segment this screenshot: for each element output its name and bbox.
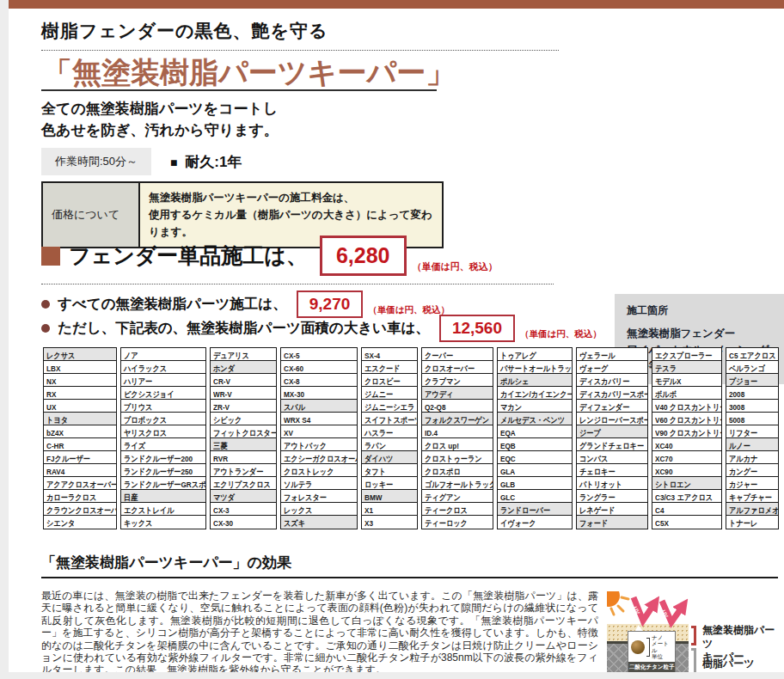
- effect-heading: 「無塗装樹脂パーツキーパー」の効果: [41, 553, 291, 572]
- car-table-column: デュアリスホンダCR-VWR-VZR-Vシビックフィットクロスター三菱RVRアウ…: [210, 347, 277, 529]
- car-model-cell: UX: [44, 400, 116, 413]
- car-brand-cell: アルファロメオ: [726, 503, 778, 516]
- fender-price-value: 6,280: [320, 236, 407, 276]
- car-model-cell: コンパス: [577, 451, 647, 464]
- car-model-cell: CX-3: [211, 503, 276, 516]
- car-model-cell: ベルランゴ: [726, 361, 778, 374]
- car-model-cell: V90 クロスカントリー: [652, 425, 721, 438]
- car-model-cell: X1: [362, 503, 417, 516]
- car-table-column: SX-4エスクードクロスビージムニージムニーシエラスイフトスポーツハスラーラパン…: [361, 347, 418, 529]
- particle-label: 二酸化チタン粒子: [628, 662, 675, 673]
- car-brand-cell: 日産: [121, 490, 205, 503]
- bullet-icon: [41, 324, 50, 333]
- car-model-cell: カングー: [726, 464, 778, 477]
- car-brand-cell: スズキ: [281, 516, 357, 529]
- fender-unit-note: （単価は円、税込）: [413, 260, 498, 273]
- car-model-cell: FJクルーザー: [44, 451, 116, 464]
- keeper-layer-bracket: [691, 626, 696, 645]
- car-brand-cell: シトロエン: [652, 477, 721, 490]
- car-model-cell: ヤリスクロス: [121, 425, 205, 438]
- car-model-cell: X3: [362, 516, 417, 529]
- resin-layer-label: 樹脂パーツ: [702, 657, 755, 671]
- car-model-cell: MX-30: [281, 387, 357, 400]
- price-note-line-2: 使用するケミカル量（樹脂パーツの大きさ）によって変わります。: [149, 209, 432, 238]
- car-model-cell: アウトバック: [281, 438, 357, 451]
- keeper-label-line-1: 無塗装樹脂パーツ: [702, 624, 775, 650]
- titanium-particle-icon: [631, 640, 645, 654]
- car-model-cell: ティグアン: [422, 490, 493, 503]
- car-model-cell: エクシーガクロスオーバー: [281, 451, 357, 464]
- all-parts-label: すべての無塗装樹脂パーツ施工は、: [58, 295, 287, 314]
- car-model-cell: CX-5: [281, 348, 357, 361]
- car-model-cell: プリウス: [121, 400, 205, 413]
- dotted-divider: [41, 284, 554, 285]
- car-model-cell: ノア: [121, 348, 205, 361]
- black-square-icon: ■: [170, 156, 177, 169]
- large-car-unit-note: （単価は円、税込）: [520, 328, 602, 340]
- car-model-cell: EQA: [498, 425, 572, 438]
- car-model-cell: アウトランダー: [211, 464, 276, 477]
- car-brand-cell: ランドローバー: [498, 503, 572, 516]
- car-model-cell: C5X: [652, 516, 721, 529]
- car-model-cell: デュアリス: [211, 348, 276, 361]
- car-model-cell: グランドチェロキー: [577, 438, 647, 451]
- car-model-cell: シビック: [211, 413, 276, 425]
- car-model-cell: クロスポロ: [422, 464, 493, 477]
- car-brand-cell: フォルクスワーゲン: [422, 413, 493, 425]
- fender-price-row: フェンダー単品施工は、 6,280 （単価は円、税込）: [41, 236, 498, 276]
- car-model-cell: bZ4X: [44, 425, 116, 438]
- car-brand-cell: マツダ: [211, 490, 276, 503]
- car-model-table: レクサスLBXNXRXUXトヨタbZ4XC-HRFJクルーザーRAV4アクアクロ…: [43, 347, 779, 529]
- car-model-cell: パサートオールトラック: [498, 361, 572, 374]
- sun-icon: [607, 591, 628, 615]
- car-model-cell: CX-30: [211, 516, 276, 529]
- car-brand-cell: フォード: [577, 516, 647, 529]
- car-model-cell: スイフトスポーツ: [362, 413, 417, 425]
- car-model-cell: レックス: [281, 503, 357, 516]
- car-model-cell: WRX S4: [281, 413, 357, 425]
- car-model-cell: カイエン/カイエンクーペ: [498, 387, 572, 400]
- nano-unit-label: ナノメートル単位: [652, 634, 673, 660]
- car-table-column: トゥアレグパサートオールトラックポルシェカイエン/カイエンクーペマカンメルセデス…: [497, 347, 573, 529]
- car-model-cell: クロスビー: [362, 374, 417, 387]
- car-model-cell: NX: [44, 374, 116, 387]
- car-model-cell: タフト: [362, 464, 417, 477]
- car-brand-cell: メルセデス・ベンツ: [498, 413, 572, 425]
- car-model-cell: ジムニーシエラ: [362, 400, 417, 413]
- application-area-title: 施工箇所: [627, 303, 774, 318]
- car-model-cell: チェロキー: [577, 464, 647, 477]
- car-model-cell: XV: [281, 425, 357, 438]
- uv-arrow-icon: UV: [632, 597, 655, 621]
- top-accent-bar: [9, 0, 784, 9]
- bullet-icon: [41, 300, 50, 309]
- car-model-cell: LBX: [44, 361, 116, 374]
- car-brand-cell: レクサス: [44, 348, 116, 361]
- car-model-cell: キャプチャー: [726, 490, 778, 503]
- car-model-cell: カジャー: [726, 477, 778, 490]
- car-model-cell: ピクシスジョイ: [121, 387, 205, 400]
- car-brand-cell: ジープ: [577, 425, 647, 438]
- uv-protection-diagram: UV UV ナノメートル単位 二酸化チタン粒子 無塗装樹脂パーツ キーパー: [605, 591, 784, 679]
- car-model-cell: エクリプスクロス: [211, 477, 276, 490]
- car-table-column: C5 エアクロスベルランゴプジョー200830085008リフタールノーアルカナ…: [726, 347, 779, 529]
- car-model-cell: XC70: [652, 451, 721, 464]
- car-model-cell: CX-60: [281, 361, 357, 374]
- car-model-cell: ティーロック: [422, 516, 493, 529]
- car-model-cell: エクスプローラー: [652, 348, 721, 361]
- car-model-cell: ディスカバリー: [577, 374, 647, 387]
- car-brand-cell: アウディ: [422, 387, 493, 400]
- car-table-column: レクサスLBXNXRXUXトヨタbZ4XC-HRFJクルーザーRAV4アクアクロ…: [43, 347, 117, 529]
- page-bottom-edge: [0, 672, 784, 679]
- car-table-column: ヴェラールヴォーグディスカバリーディスカバリースポーツディフェンダーレンジローバ…: [576, 347, 648, 529]
- car-model-cell: ZR-V: [211, 400, 276, 413]
- dotted-divider: [41, 50, 559, 52]
- meta-row: 作業時間:50分～ ■ 耐久:1年: [41, 148, 242, 175]
- car-brand-cell: プジョー: [726, 374, 778, 387]
- car-model-cell: クロス up!: [422, 438, 493, 451]
- large-car-label: ただし、下記表の、無塗装樹脂パーツ面積の大きい車は、: [58, 319, 430, 338]
- car-model-cell: RX: [44, 387, 116, 400]
- car-model-cell: ボルボ: [652, 387, 721, 400]
- car-model-cell: カローラクロス: [44, 490, 116, 503]
- large-car-price-row: ただし、下記表の、無塗装樹脂パーツ面積の大きい車は、 12,560 （単価は円、…: [41, 315, 602, 342]
- car-model-cell: 5008: [726, 413, 778, 425]
